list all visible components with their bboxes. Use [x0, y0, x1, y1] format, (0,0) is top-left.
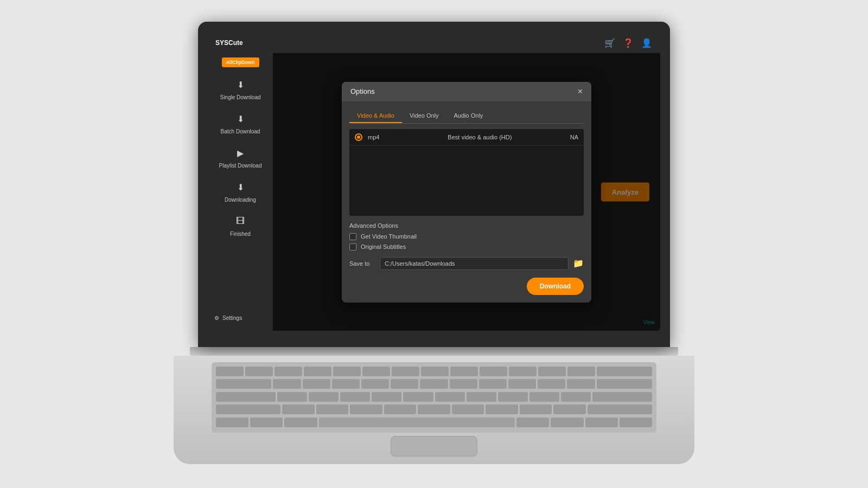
advanced-options-section: Advanced Options Get Video Thumbnail Ori… — [349, 222, 584, 251]
key — [309, 392, 339, 402]
key — [538, 367, 566, 376]
sidebar-item-finished[interactable]: 🎞 Finished — [208, 208, 273, 242]
modal-close-button[interactable]: × — [578, 87, 583, 96]
key — [350, 404, 382, 414]
help-icon[interactable]: ❓ — [622, 37, 634, 49]
modal-body: Video & Audio Video Only Audio Only — [342, 101, 591, 303]
download-button[interactable]: Download — [527, 278, 584, 295]
spacebar-key — [319, 418, 515, 427]
key — [588, 404, 652, 414]
key — [597, 379, 652, 389]
key — [332, 379, 360, 389]
save-path-input[interactable] — [380, 257, 569, 270]
sidebar-item-playlist-download[interactable]: ▶ Playlist Download — [208, 140, 273, 174]
key — [372, 392, 401, 402]
key — [498, 392, 528, 402]
key — [509, 367, 537, 376]
subtitles-checkbox[interactable] — [349, 243, 356, 251]
format-type: mp4 — [368, 134, 390, 140]
sidebar-bottom: ⚙ Settings — [208, 311, 273, 331]
key — [585, 418, 618, 427]
modal-title: Options — [350, 87, 375, 95]
sidebar-item-label-single: Single Download — [220, 94, 260, 100]
key — [567, 367, 595, 376]
app-container: SYSCute 🛒 ❓ 👤 AllClipDown ⬇ Single — [208, 33, 660, 331]
key — [316, 404, 349, 414]
laptop-outer: SYSCute 🛒 ❓ 👤 AllClipDown ⬇ Single — [190, 22, 678, 466]
options-modal: Options × Video & Audio Video Only Audio… — [342, 82, 591, 303]
touchpad[interactable] — [391, 436, 477, 457]
thumbnail-checkbox-row: Get Video Thumbnail — [349, 233, 584, 240]
key — [452, 404, 484, 414]
key — [420, 379, 448, 389]
key — [450, 379, 477, 389]
modal-header: Options × — [342, 82, 591, 101]
settings-item[interactable]: ⚙ Settings — [208, 311, 273, 325]
key — [304, 367, 331, 376]
tab-video-audio[interactable]: Video & Audio — [349, 109, 402, 123]
key — [216, 367, 244, 376]
app-logo: SYSCute — [215, 39, 243, 47]
subtitles-checkbox-row: Original Subtitles — [349, 243, 584, 251]
key — [421, 367, 449, 376]
save-to-row: Save to 📁 — [349, 257, 584, 270]
sidebar-item-label-playlist: Playlist Download — [219, 163, 262, 169]
key — [333, 367, 361, 376]
thumbnail-checkbox[interactable] — [349, 233, 356, 240]
key — [435, 392, 465, 402]
key — [620, 418, 652, 427]
top-icons: 🛒 ❓ 👤 — [604, 37, 653, 49]
sidebar-item-downloading[interactable]: ⬇ Downloading — [208, 174, 273, 208]
key — [551, 418, 583, 427]
sidebar-item-batch-download[interactable]: ⬇ Batch Download — [208, 106, 273, 140]
single-download-icon: ⬇ — [233, 77, 248, 92]
format-size: NA — [570, 134, 578, 140]
sidebar-item-single-download[interactable]: ⬇ Single Download — [208, 72, 273, 106]
format-item[interactable]: mp4 Best video & audio (HD) NA — [349, 129, 584, 146]
keyboard — [212, 362, 656, 433]
key — [250, 418, 283, 427]
key — [277, 392, 307, 402]
key — [216, 404, 280, 414]
key — [418, 404, 450, 414]
sidebar-item-label-batch: Batch Download — [221, 129, 260, 134]
key — [216, 418, 248, 427]
modal-overlay: Options × Video & Audio Video Only Audio… — [273, 53, 660, 331]
format-description: Best video & audio (HD) — [395, 134, 565, 140]
format-radio[interactable] — [355, 133, 362, 141]
key — [480, 367, 507, 376]
key — [592, 392, 652, 402]
download-button-row: Download — [349, 278, 584, 295]
key — [284, 418, 317, 427]
advanced-options-title: Advanced Options — [349, 222, 584, 229]
key — [216, 392, 276, 402]
key — [392, 367, 419, 376]
top-bar: SYSCute 🛒 ❓ 👤 — [208, 33, 660, 53]
key — [479, 379, 507, 389]
settings-gear-icon: ⚙ — [214, 315, 219, 321]
sidebar: AllClipDown ⬇ Single Download ⬇ Batch Do… — [208, 53, 273, 331]
laptop-hinge — [190, 347, 678, 356]
tab-audio-only[interactable]: Audio Only — [446, 109, 491, 123]
key — [362, 367, 390, 376]
browse-folder-button[interactable]: 📁 — [573, 258, 584, 268]
key — [303, 379, 330, 389]
tab-video-only[interactable]: Video Only — [402, 109, 446, 123]
main-area: AllClipDown ⬇ Single Download ⬇ Batch Do… — [208, 53, 660, 331]
key — [529, 392, 559, 402]
content-area: Analyze View Options × — [273, 53, 660, 331]
key — [340, 392, 370, 402]
modal-tabs: Video & Audio Video Only Audio Only — [349, 109, 584, 124]
key — [450, 367, 478, 376]
key — [486, 404, 518, 414]
key — [567, 379, 595, 389]
key — [273, 379, 301, 389]
key — [467, 392, 496, 402]
user-icon[interactable]: 👤 — [641, 37, 653, 49]
key — [391, 379, 418, 389]
sidebar-brand[interactable]: AllClipDown — [222, 57, 259, 67]
key — [538, 379, 565, 389]
key — [520, 404, 552, 414]
key — [282, 404, 315, 414]
cart-icon[interactable]: 🛒 — [604, 37, 616, 49]
